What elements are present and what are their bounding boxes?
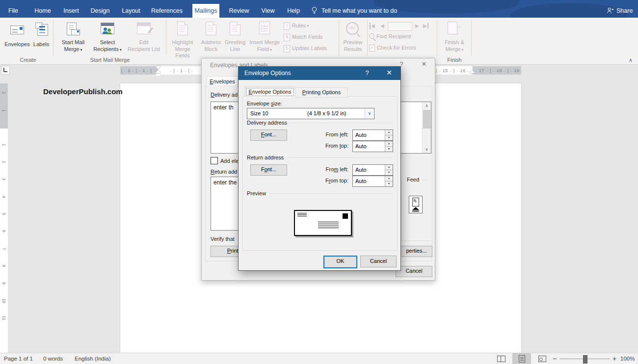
group-label-create: Create — [4, 56, 52, 63]
delivery-scrollbar[interactable]: ∧ ∨ — [422, 102, 431, 153]
envelope-size-dropdown[interactable]: Size 10 (4 1/8 x 9 1/2 in) ∨ — [247, 108, 374, 119]
ok-button[interactable]: OK — [323, 256, 357, 268]
select-recipients-icon — [101, 23, 114, 34]
match-fields-label: Match Fields — [292, 34, 322, 40]
spin-down-icon[interactable]: ▾ — [385, 170, 393, 175]
word-count[interactable]: 0 words — [43, 353, 63, 364]
rules-button: ?Rules▾ — [284, 22, 309, 30]
hanging-indent-marker[interactable] — [155, 70, 161, 73]
close-icon[interactable]: ✕ — [419, 60, 429, 68]
return-address-text: enter the — [213, 179, 237, 186]
zoom-out-button[interactable]: − — [553, 353, 557, 364]
spin-up-icon[interactable]: ▴ — [385, 130, 393, 135]
person-blue-icon — [104, 27, 107, 31]
dropdown-caret-icon: ▾ — [80, 48, 82, 52]
scroll-up-icon[interactable]: ∧ — [423, 102, 431, 109]
tab-home[interactable]: Home — [30, 4, 55, 18]
feed-direction-icon[interactable] — [409, 196, 423, 213]
labels-icon — [37, 24, 48, 36]
return-font-button[interactable]: Font... — [250, 164, 287, 176]
highlight-merge-fields-button: Highlight Merge Fields — [167, 20, 198, 55]
print-layout-button[interactable] — [512, 353, 531, 364]
start-mail-merge-icon — [67, 23, 77, 35]
spin-down-icon[interactable]: ▾ — [385, 147, 393, 152]
verify-text: Verify that — [211, 236, 235, 242]
preview-results-label2: Results — [344, 46, 362, 52]
share-label: Share — [616, 7, 633, 14]
right-indent-marker[interactable] — [469, 70, 475, 73]
spin-up-icon[interactable]: ▴ — [385, 165, 393, 170]
find-recipient-label: Find Recipient — [376, 33, 411, 39]
edit-recipient-list-icon — [137, 23, 151, 34]
start-mail-merge-button[interactable]: Start Mail Merge▾ — [55, 20, 91, 55]
tab-layout[interactable]: Layout — [119, 4, 143, 18]
last-record-button: ▶ — [423, 23, 428, 29]
tab-envelope-options[interactable]: Envelope Options — [244, 86, 295, 98]
spin-up-icon[interactable]: ▴ — [385, 141, 393, 147]
delivery-from-left-value: Auto — [355, 132, 367, 138]
tab-file[interactable]: File — [3, 4, 24, 18]
scrollbar-thumb[interactable] — [423, 110, 430, 129]
tab-insert[interactable]: Insert — [60, 4, 82, 18]
close-icon[interactable]: ✕ — [382, 69, 397, 77]
envelopes-button[interactable]: Envelopes — [4, 20, 30, 55]
delivery-address-label: Delivery ad — [211, 92, 238, 98]
check-for-errors-button: ✓Check for Errors — [369, 44, 416, 52]
cancel-button[interactable]: Cancel — [360, 256, 397, 267]
ruler-numbers: | · 15 · | · 16 · — [434, 68, 471, 73]
tab-stop-selector[interactable] — [1, 66, 10, 75]
find-recipient-button: Find Recipient — [369, 33, 411, 41]
zoom-percentage[interactable]: 100% — [620, 353, 635, 364]
finish-merge-label2: Merge — [445, 46, 460, 52]
first-record-button: ◀ — [370, 23, 375, 29]
delivery-from-left-spinner[interactable]: Auto ▴▾ — [352, 130, 393, 141]
return-from-left-spinner[interactable]: Auto ▴▾ — [352, 164, 393, 176]
return-from-top-spinner[interactable]: Auto ▴▾ — [352, 176, 393, 187]
word-window: File Home Insert Design Layout Reference… — [0, 0, 638, 364]
tab-view[interactable]: View — [258, 4, 278, 18]
tab-review[interactable]: Review — [227, 4, 251, 18]
first-line-indent-marker[interactable] — [155, 66, 161, 69]
collapse-ribbon-chevron-icon[interactable]: ∧ — [629, 57, 633, 63]
web-layout-button[interactable] — [533, 353, 552, 364]
address-block-icon — [206, 22, 216, 35]
dropdown-caret-icon: ▾ — [462, 48, 464, 52]
delivery-from-top-spinner[interactable]: Auto ▴▾ — [352, 141, 393, 152]
tell-me-box[interactable]: Tell me what you want to do — [311, 4, 397, 18]
chevron-down-icon[interactable]: ∨ — [365, 108, 374, 119]
left-indent-marker[interactable] — [156, 74, 160, 76]
spin-up-icon[interactable]: ▴ — [385, 176, 393, 182]
zoom-slider[interactable] — [559, 359, 610, 359]
spin-down-icon[interactable]: ▾ — [385, 135, 393, 140]
group-label-start-mail-merge: Start Mail Merge — [55, 56, 165, 63]
zoom-slider-handle[interactable] — [583, 355, 587, 364]
page-count[interactable]: Page 1 of 1 — [4, 353, 33, 364]
scroll-down-icon[interactable]: ∨ — [423, 146, 431, 153]
spin-down-icon[interactable]: ▾ — [385, 182, 393, 186]
share-button[interactable]: Share — [607, 4, 633, 18]
read-mode-button[interactable] — [492, 353, 510, 364]
delivery-font-button[interactable]: Font... — [250, 130, 287, 141]
tab-mailings-active[interactable]: Mailings — [192, 4, 219, 18]
finish-merge-label: Finish & — [445, 39, 464, 45]
help-button[interactable]: ? — [361, 69, 373, 77]
tab-envelopes[interactable]: Envelopes — [207, 76, 238, 87]
preview-results-button: ABC Preview Results — [341, 20, 365, 55]
tab-design[interactable]: Design — [88, 4, 112, 18]
labels-button[interactable]: Labels — [30, 20, 52, 55]
cancel-button[interactable]: Cancel — [396, 266, 432, 277]
language-indicator[interactable]: English (India) — [75, 353, 111, 364]
ruler-number: 8 — [1, 262, 6, 269]
merge-envelope-icon — [71, 29, 80, 35]
match-fields-icon: ⇅ — [284, 34, 290, 41]
envelopes-label: Envelopes — [4, 41, 29, 47]
tab-help[interactable]: Help — [284, 4, 303, 18]
tab-printing-options[interactable]: Printing Options — [295, 87, 348, 98]
return-address-group-caption: Return address — [247, 155, 392, 160]
select-recipients-button[interactable]: Select Recipients▾ — [91, 20, 124, 55]
add-postage-checkbox[interactable] — [211, 157, 218, 164]
zoom-in-button[interactable]: + — [612, 353, 616, 364]
tab-references[interactable]: References — [150, 4, 184, 18]
dropdown-caret-icon: ▾ — [307, 24, 309, 28]
properties-button[interactable]: perties... — [400, 246, 432, 257]
